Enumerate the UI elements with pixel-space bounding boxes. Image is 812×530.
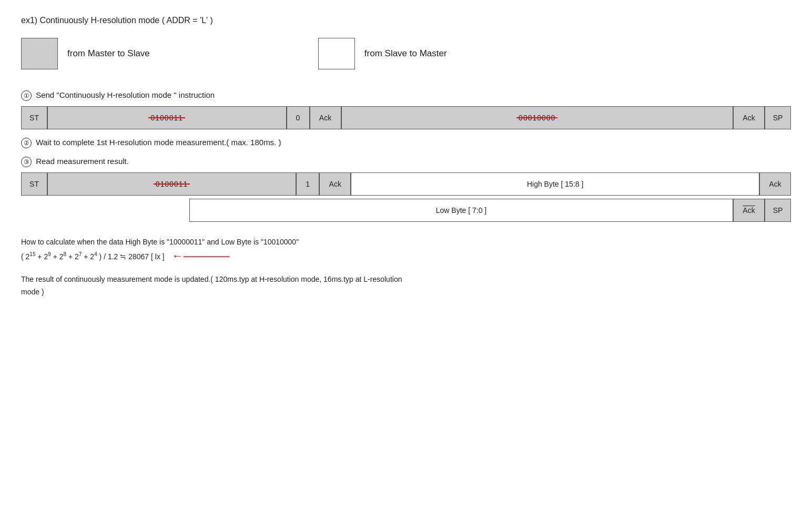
cell-bit-2: 1 (296, 172, 319, 196)
cell-st-1: ST (21, 106, 47, 129)
cell-sp-1: SP (765, 106, 791, 129)
step1-title: ① Send "Continuously H-resolution mode "… (21, 90, 791, 101)
cell-ack-3: Ack (319, 172, 351, 196)
calc-formula-row: ( 215 + 29 + 28 + 27 + 24 ) / 1.2 ≒ 2806… (21, 249, 791, 263)
arrow-icon: ←———— (172, 249, 230, 263)
cell-ack-4: Ack (759, 172, 791, 196)
page-title: ex1) Continuously H-resolution mode ( AD… (21, 16, 791, 25)
addr-1-text: 0100011 (150, 114, 183, 122)
calculation-section: How to calculate when the data High Byte… (21, 238, 791, 299)
cell-ack-2: Ack (733, 106, 765, 129)
calc-description: How to calculate when the data High Byte… (21, 238, 791, 246)
cell-data-1: 00010000 (341, 106, 734, 129)
red-line-3 (154, 184, 190, 185)
master-label: from Master to Slave (67, 48, 150, 59)
slave-box (318, 38, 355, 69)
master-box (21, 38, 58, 69)
master-legend: from Master to Slave (21, 38, 150, 69)
slave-legend: from Slave to Master (318, 38, 447, 69)
calc-formula: ( 215 + 29 + 28 + 27 + 24 ) / 1.2 ≒ 2806… (21, 251, 165, 261)
cell-ack-1: Ack (310, 106, 341, 129)
cell-addr-2: 0100011 (47, 172, 296, 196)
slave-label: from Slave to Master (364, 48, 447, 59)
protocol-row-1: ST 0100011 0 Ack 00010000 Ack SP (21, 106, 791, 129)
step3-title: ③ Read measurement result. (21, 157, 791, 167)
circle-2: ② (21, 138, 32, 148)
legend-row: from Master to Slave from Slave to Maste… (21, 38, 791, 69)
red-line-1 (148, 117, 185, 118)
cell-ack-5: Ack (733, 199, 765, 222)
addr-2-text: 0100011 (156, 180, 188, 188)
ack-overline: Ack (743, 206, 755, 215)
cell-low-byte: Low Byte [ 7:0 ] (189, 199, 733, 222)
circle-3: ③ (21, 157, 32, 167)
step2-title: ② Wait to complete 1st H-resolution mode… (21, 138, 791, 148)
cell-sp-2: SP (765, 199, 791, 222)
red-line-2 (516, 117, 557, 118)
protocol-row-2: ST 0100011 1 Ack High Byte [ 15:8 ] Ack (21, 172, 791, 196)
circle-1: ① (21, 90, 32, 101)
cell-st-2: ST (21, 172, 47, 196)
protocol-continuation: Low Byte [ 7:0 ] Ack SP (189, 199, 791, 222)
cell-bit-1: 0 (287, 106, 310, 129)
cell-high-byte: High Byte [ 15:8 ] (351, 172, 759, 196)
cell-addr-1: 0100011 (47, 106, 287, 129)
result-text: The result of continuously measurement m… (21, 273, 791, 299)
data-1-text: 00010000 (519, 114, 555, 122)
